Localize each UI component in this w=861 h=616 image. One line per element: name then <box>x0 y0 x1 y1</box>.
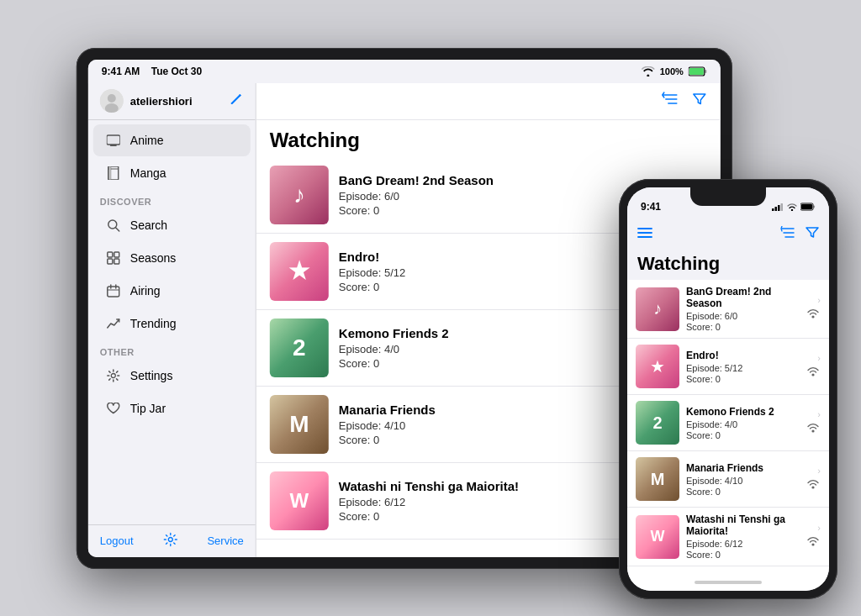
svg-point-47 <box>811 543 814 545</box>
iphone-anime-episode: Episode: 4/0 <box>686 419 799 429</box>
iphone-thumbnail: ★ <box>636 345 679 388</box>
iphone-broadcast-icon <box>806 536 821 550</box>
sidebar-manga-label: Manga <box>130 166 166 180</box>
iphone-anime-title: BanG Dream! 2nd Season <box>686 286 799 309</box>
iphone-list-item[interactable]: ♪ BanG Dream! 2nd Season Episode: 6/0 Sc… <box>627 280 829 339</box>
svg-line-9 <box>115 145 116 146</box>
iphone-broadcast-icon <box>806 366 821 381</box>
avatar <box>100 89 124 113</box>
svg-point-43 <box>811 315 814 318</box>
sidebar-item-search[interactable]: Search <box>93 209 251 241</box>
sidebar-item-anime[interactable]: Anime <box>93 124 251 156</box>
svg-rect-6 <box>107 135 120 145</box>
iphone-status-indicators <box>772 203 816 211</box>
sort-icon[interactable] <box>662 92 679 111</box>
iphone-device: 9:41 <box>619 179 837 599</box>
svg-rect-30 <box>775 207 778 211</box>
sidebar-search-label: Search <box>130 218 167 232</box>
iphone-anime-info: BanG Dream! 2nd Season Episode: 6/0 Scor… <box>686 286 799 332</box>
iphone-filter-icon[interactable] <box>806 226 819 243</box>
page-title: Watching <box>256 120 721 157</box>
signal-icon <box>772 203 784 211</box>
sidebar-item-tipjar[interactable]: Tip Jar <box>93 392 251 424</box>
other-section-label: OTHER <box>88 340 256 359</box>
anime-thumbnail: 2 <box>270 319 329 377</box>
iphone-anime-title: Endro! <box>686 350 799 361</box>
iphone-chevron-icon: › <box>817 409 821 419</box>
ipad-statusbar: 9:41 AM Tue Oct 30 100% <box>88 60 721 83</box>
sidebar-item-settings[interactable]: Settings <box>93 360 251 392</box>
svg-point-23 <box>111 373 115 377</box>
wifi-icon <box>787 203 797 211</box>
sidebar-item-airing[interactable]: Airing <box>93 275 251 307</box>
iphone-chevron-icon: › <box>817 523 821 533</box>
home-indicator-bar <box>695 581 762 584</box>
svg-rect-12 <box>109 166 111 180</box>
iphone-time: 9:41 <box>641 201 661 213</box>
iphone-item-right: › <box>806 295 821 323</box>
iphone-thumbnail: M <box>636 457 679 501</box>
iphone-anime-info: Endro! Episode: 5/12 Score: 0 <box>686 350 799 384</box>
iphone-list-item[interactable]: 2 Kemono Friends 2 Episode: 4/0 Score: 0… <box>627 395 829 451</box>
iphone-item-right: › <box>806 353 821 381</box>
grid-icon <box>105 250 122 266</box>
svg-rect-32 <box>781 203 784 211</box>
sidebar-item-manga[interactable]: Manga <box>93 157 251 189</box>
svg-line-8 <box>111 145 112 146</box>
search-icon <box>105 217 122 234</box>
menu-icon[interactable] <box>637 227 652 242</box>
edit-icon[interactable] <box>229 92 244 111</box>
username-label: ateliershiori <box>130 95 193 108</box>
svg-rect-17 <box>108 259 113 264</box>
filter-icon[interactable] <box>692 92 707 111</box>
iphone-broadcast-icon <box>806 479 821 493</box>
svg-rect-36 <box>814 206 816 208</box>
svg-rect-2 <box>705 70 706 73</box>
iphone-anime-title: Manaria Friends <box>686 462 799 474</box>
iphone-chevron-icon: › <box>817 353 821 363</box>
battery-icon <box>689 66 707 76</box>
calendar-icon <box>105 282 122 299</box>
book-icon <box>105 165 122 182</box>
anime-thumbnail: M <box>270 395 329 454</box>
tv-icon <box>105 132 122 149</box>
sidebar-settings-label: Settings <box>130 369 173 382</box>
svg-line-14 <box>116 228 119 231</box>
iphone-anime-title: Kemono Friends 2 <box>686 406 799 418</box>
iphone-list-item[interactable]: M Manaria Friends Episode: 4/10 Score: 0… <box>627 451 829 508</box>
sidebar-tipjar-label: Tip Jar <box>130 402 166 415</box>
sidebar-airing-label: Airing <box>130 284 161 297</box>
sidebar-footer: Logout Service <box>88 524 256 557</box>
settings-gear-icon[interactable] <box>163 532 178 550</box>
iphone-anime-title: Watashi ni Tenshi ga Maiorita! <box>686 513 799 537</box>
iphone-sort-icon[interactable] <box>780 226 795 243</box>
svg-rect-16 <box>114 252 119 257</box>
ipad-status-indicators: 100% <box>642 66 707 76</box>
iphone-anime-episode: Episode: 5/12 <box>686 363 799 373</box>
sidebar-item-trending[interactable]: Trending <box>93 308 251 340</box>
iphone-toolbar <box>627 219 829 250</box>
logout-button[interactable]: Logout <box>100 534 134 547</box>
iphone-toolbar-icons <box>780 226 819 243</box>
iphone-broadcast-icon <box>806 308 821 323</box>
sidebar-item-seasons[interactable]: Seasons <box>93 242 251 274</box>
scene: 9:41 AM Tue Oct 30 100% <box>0 0 861 616</box>
svg-rect-18 <box>114 259 119 264</box>
iphone-anime-info: Kemono Friends 2 Episode: 4/0 Score: 0 <box>686 406 799 440</box>
wifi-icon <box>642 66 655 76</box>
toolbar-icons <box>662 92 707 111</box>
svg-rect-35 <box>801 204 812 209</box>
iphone-list-item[interactable]: ★ Endro! Episode: 5/12 Score: 0 › <box>627 339 829 395</box>
sidebar-user: ateliershiori <box>100 89 193 113</box>
sidebar-anime-label: Anime <box>130 134 164 147</box>
battery-indicator: 100% <box>660 66 684 76</box>
iphone-anime-score: Score: 0 <box>686 430 799 440</box>
sidebar-nav: Anime Manga <box>88 120 256 524</box>
iphone-anime-score: Score: 0 <box>686 322 799 332</box>
iphone-list-item[interactable]: W Watashi ni Tenshi ga Maiorita! Episode… <box>627 508 829 566</box>
svg-point-33 <box>791 208 793 210</box>
svg-rect-1 <box>689 68 704 75</box>
battery-icon <box>800 203 816 211</box>
iphone-thumbnail: 2 <box>636 401 679 445</box>
service-button[interactable]: Service <box>207 534 243 547</box>
